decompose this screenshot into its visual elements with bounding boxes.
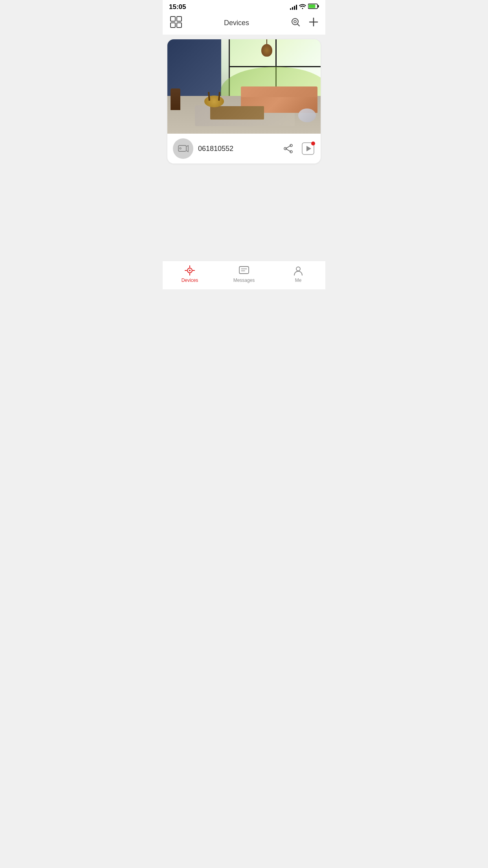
share-button[interactable] — [281, 142, 295, 156]
sofa-back — [241, 86, 317, 97]
svg-rect-4 — [177, 17, 182, 21]
svg-rect-1 — [318, 5, 319, 7]
add-device-button[interactable] — [308, 17, 319, 29]
battery-icon — [308, 4, 319, 11]
devices-nav-label: Devices — [182, 278, 198, 283]
status-time: 15:05 — [169, 3, 186, 11]
notification-badge — [311, 142, 315, 145]
page-title: Devices — [224, 19, 249, 27]
device-card[interactable]: 061810552 — [167, 39, 321, 164]
room-scene — [167, 39, 321, 134]
svg-line-9 — [297, 24, 300, 26]
me-nav-label: Me — [295, 278, 302, 283]
svg-marker-13 — [186, 145, 188, 152]
devices-nav-icon — [184, 265, 195, 276]
svg-marker-19 — [306, 146, 311, 151]
search-button[interactable] — [290, 17, 301, 29]
wifi-icon — [299, 4, 306, 11]
main-content: 061810552 — [163, 35, 325, 168]
svg-rect-6 — [177, 23, 182, 28]
svg-rect-26 — [239, 267, 249, 274]
status-icons — [290, 4, 319, 11]
card-bottom: 061810552 — [167, 134, 321, 164]
chair — [204, 86, 224, 107]
grid-menu-button[interactable] — [169, 15, 183, 31]
status-bar: 15:05 — [163, 0, 325, 13]
pendant-light — [259, 39, 275, 59]
svg-point-14 — [180, 148, 181, 149]
coffee-table — [210, 106, 264, 120]
messages-nav-icon — [238, 265, 250, 276]
bottom-nav: Devices Messages Me — [163, 261, 325, 289]
svg-rect-5 — [171, 23, 175, 28]
svg-rect-3 — [171, 17, 175, 21]
header-actions — [290, 17, 319, 29]
tab-me[interactable]: Me — [271, 265, 325, 283]
card-actions — [281, 142, 315, 156]
svg-point-21 — [189, 270, 191, 271]
header: Devices — [163, 13, 325, 35]
tab-messages[interactable]: Messages — [217, 265, 271, 283]
svg-rect-2 — [309, 5, 316, 8]
me-nav-icon — [293, 265, 304, 276]
svg-point-29 — [296, 267, 300, 271]
messages-nav-label: Messages — [233, 278, 255, 283]
device-icon-circle — [173, 138, 193, 159]
camera-thumbnail[interactable] — [167, 39, 321, 134]
barstool — [171, 88, 180, 110]
svg-point-8 — [294, 20, 296, 23]
signal-icon — [290, 4, 297, 10]
playback-button[interactable] — [301, 142, 315, 156]
tab-devices[interactable]: Devices — [163, 265, 217, 283]
device-name: 061810552 — [198, 145, 277, 153]
